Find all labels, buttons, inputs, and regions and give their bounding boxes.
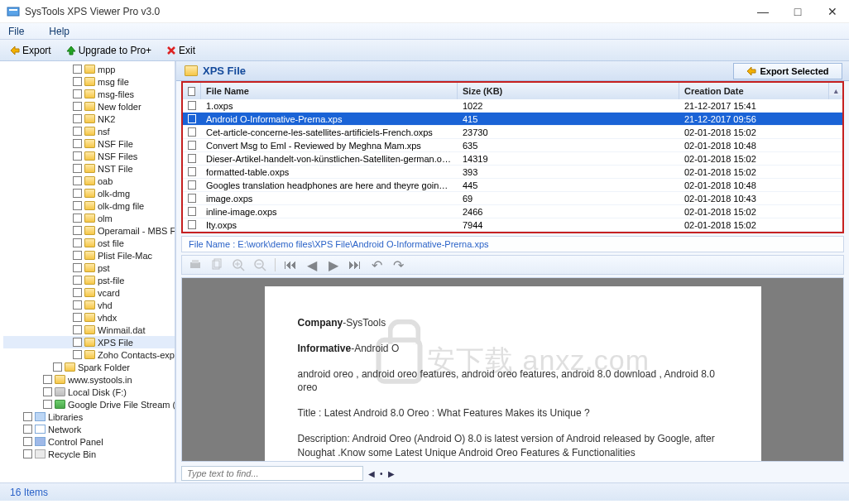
checkbox[interactable]	[73, 77, 82, 86]
header-checkbox[interactable]	[183, 83, 201, 99]
checkbox[interactable]	[73, 139, 82, 148]
tree-item[interactable]: nsf	[3, 125, 175, 137]
table-row[interactable]: 1.oxps102221-12-2017 15:41	[183, 99, 842, 113]
tree-item[interactable]: vhd	[3, 299, 175, 311]
row-checkbox[interactable]	[188, 180, 196, 190]
checkbox[interactable]	[23, 425, 32, 434]
scroll-up-icon[interactable]: ▴	[829, 87, 842, 95]
tree-item[interactable]: Operamail - MBS File	[3, 224, 175, 237]
tree-item[interactable]: pst-file	[3, 274, 175, 286]
checkbox[interactable]	[73, 214, 82, 223]
row-checkbox[interactable]	[188, 220, 196, 229]
table-row[interactable]: Android O-Informative-Prerna.xps41521-12…	[183, 113, 842, 126]
checkbox[interactable]	[73, 300, 82, 310]
menu-file[interactable]: File	[8, 26, 24, 37]
tree-item[interactable]: NK2	[3, 113, 175, 125]
col-filename[interactable]: File Name	[201, 83, 458, 99]
tree-item[interactable]: Zoho Contacts-exported	[3, 348, 175, 361]
checkbox[interactable]	[73, 288, 82, 297]
tree-item[interactable]: olm	[3, 212, 175, 224]
checkbox[interactable]	[53, 362, 62, 372]
tree-item[interactable]: NSF File	[3, 137, 175, 150]
zoom-out-icon[interactable]	[253, 258, 266, 271]
folder-tree[interactable]: mppmsg filemsg-filesNew folderNK2nsfNSF …	[0, 61, 175, 482]
tree-item[interactable]: Google Drive File Stream (G:)	[3, 398, 175, 410]
tree-item[interactable]: Libraries	[3, 410, 175, 423]
row-checkbox[interactable]	[188, 114, 196, 123]
first-page-icon[interactable]: ⏮	[284, 258, 297, 271]
checkbox[interactable]	[73, 114, 82, 123]
tree-item[interactable]: XPS File	[3, 336, 175, 348]
tree-item[interactable]: olk-dmg file	[3, 199, 175, 212]
row-checkbox[interactable]	[188, 167, 196, 176]
tree-item[interactable]: vhdx	[3, 311, 175, 324]
row-checkbox[interactable]	[188, 101, 196, 110]
exit-button[interactable]: Exit	[163, 44, 199, 57]
rotate-left-icon[interactable]: ↶	[370, 258, 383, 271]
rotate-right-icon[interactable]: ↷	[391, 258, 405, 271]
find-prev-icon[interactable]: ◀	[368, 469, 375, 478]
checkbox[interactable]	[73, 251, 82, 260]
checkbox[interactable]	[73, 164, 82, 173]
checkbox[interactable]	[43, 375, 52, 384]
last-page-icon[interactable]: ⏭	[348, 258, 362, 271]
tree-item[interactable]: NSF Files	[3, 150, 175, 162]
checkbox[interactable]	[73, 102, 82, 111]
table-row[interactable]: Googles translation headphones are here …	[183, 179, 842, 192]
find-input[interactable]	[181, 466, 363, 481]
prev-page-icon[interactable]: ◀	[305, 258, 319, 271]
table-row[interactable]: Ity.oxps794402-01-2018 15:02	[183, 218, 842, 232]
upgrade-button[interactable]: Upgrade to Pro+	[63, 44, 155, 57]
checkbox[interactable]	[73, 325, 82, 334]
tree-item[interactable]: Spark Folder	[3, 361, 175, 373]
checkbox[interactable]	[73, 313, 82, 322]
tree-item[interactable]: www.systools.in	[3, 373, 175, 386]
checkbox[interactable]	[73, 263, 82, 272]
col-size[interactable]: Size (KB)	[458, 83, 679, 99]
checkbox[interactable]	[23, 437, 32, 446]
menu-help[interactable]: Help	[49, 26, 70, 37]
minimize-button[interactable]: —	[753, 5, 773, 18]
row-checkbox[interactable]	[188, 207, 196, 216]
checkbox[interactable]	[73, 127, 82, 136]
checkbox[interactable]	[73, 189, 82, 198]
checkbox[interactable]	[23, 449, 32, 458]
checkbox[interactable]	[73, 151, 82, 161]
tree-item[interactable]: mpp	[3, 63, 175, 75]
tree-item[interactable]: Plist File-Mac	[3, 249, 175, 262]
copy-icon[interactable]	[210, 258, 223, 271]
close-button[interactable]: ✕	[823, 5, 842, 18]
tree-item[interactable]: Recycle Bin	[3, 448, 175, 460]
table-row[interactable]: image.oxps6902-01-2018 10:43	[183, 192, 842, 205]
tree-item[interactable]: NST File	[3, 162, 175, 175]
find-dropdown-icon[interactable]: •	[380, 469, 383, 478]
tree-item[interactable]: ost file	[3, 237, 175, 249]
maximize-button[interactable]: □	[788, 5, 808, 18]
checkbox[interactable]	[43, 400, 52, 409]
tree-item[interactable]: msg-files	[3, 88, 175, 100]
table-row[interactable]: inline-image.oxps246602-01-2018 15:02	[183, 205, 842, 218]
tree-item[interactable]: oab	[3, 175, 175, 187]
table-row[interactable]: Dieser-Artikel-handelt-von-künstlichen-S…	[183, 152, 842, 166]
tree-item[interactable]: Local Disk (F:)	[3, 386, 175, 398]
table-row[interactable]: Convert Msg to Eml - Reviewed by Meghna …	[183, 139, 842, 152]
row-checkbox[interactable]	[188, 141, 196, 150]
export-selected-button[interactable]: Export Selected	[733, 63, 842, 79]
next-page-icon[interactable]: ▶	[327, 258, 340, 271]
table-row[interactable]: formatted-table.oxps39302-01-2018 15:02	[183, 166, 842, 179]
col-date[interactable]: Creation Date	[679, 83, 829, 99]
tree-item[interactable]: Network	[3, 423, 175, 435]
checkbox[interactable]	[43, 387, 52, 396]
tree-item[interactable]: msg file	[3, 75, 175, 88]
checkbox[interactable]	[73, 238, 82, 247]
export-button[interactable]: Export	[7, 44, 55, 57]
checkbox[interactable]	[73, 89, 82, 98]
zoom-in-icon[interactable]	[232, 258, 245, 271]
tree-item[interactable]: olk-dmg	[3, 187, 175, 199]
tree-item[interactable]: Control Panel	[3, 435, 175, 448]
print-icon[interactable]	[189, 258, 202, 271]
checkbox[interactable]	[73, 65, 82, 74]
tree-item[interactable]: pst	[3, 262, 175, 274]
tree-item[interactable]: vcard	[3, 286, 175, 299]
checkbox[interactable]	[73, 338, 82, 347]
